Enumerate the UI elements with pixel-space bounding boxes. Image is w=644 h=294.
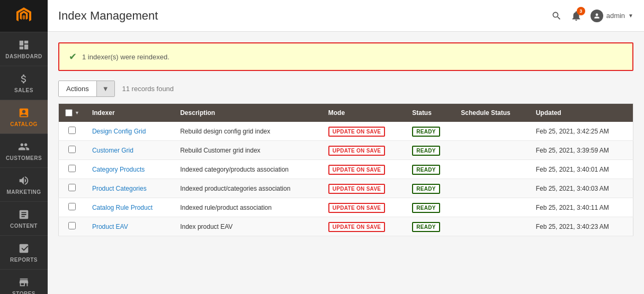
row-checkbox-cell — [59, 198, 86, 217]
sidebar-item-label: CATALOG — [10, 121, 37, 127]
sidebar-item-marketing[interactable]: MARKETING — [0, 167, 48, 201]
cell-indexer: Product Categories — [86, 179, 174, 198]
cell-status: READY — [406, 160, 454, 179]
cell-schedule-status — [454, 179, 529, 198]
sidebar-item-label: MARKETING — [6, 189, 41, 195]
table-body: Design Config Grid Rebuild design config… — [59, 122, 633, 236]
cell-status: READY — [406, 198, 454, 217]
cell-description: Rebuild design config grid index — [174, 122, 322, 141]
sidebar-item-catalog[interactable]: CATALOG — [0, 100, 48, 133]
indexer-link[interactable]: Design Config Grid — [92, 128, 146, 135]
stores-icon — [17, 276, 30, 289]
actions-dropdown-arrow[interactable]: ▼ — [96, 81, 114, 96]
table-row: Product EAV Index product EAV UPDATE ON … — [59, 217, 633, 236]
sidebar-item-label: STORES — [12, 291, 35, 294]
cell-schedule-status — [454, 217, 529, 236]
status-badge: READY — [412, 165, 440, 175]
cell-schedule-status — [454, 160, 529, 179]
row-checkbox[interactable] — [68, 165, 76, 172]
cell-schedule-status — [454, 122, 529, 141]
notification-badge: 3 — [577, 7, 585, 15]
top-bar-right: 3 admin ▼ — [551, 10, 633, 22]
row-checkbox[interactable] — [68, 127, 76, 134]
page-title: Index Management — [58, 9, 158, 23]
cell-updated: Feb 25, 2021, 3:40:23 AM — [530, 217, 633, 236]
row-checkbox-cell — [59, 179, 86, 198]
row-checkbox[interactable] — [68, 184, 76, 191]
th-status: Status — [406, 104, 454, 122]
search-button[interactable] — [551, 11, 562, 21]
sales-icon — [17, 73, 30, 85]
notification-bell[interactable]: 3 — [570, 10, 582, 22]
mode-badge: UPDATE ON SAVE — [328, 165, 386, 175]
chevron-down-icon: ▼ — [102, 85, 109, 93]
cell-indexer: Product EAV — [86, 217, 174, 236]
select-all-arrow[interactable]: ▼ — [75, 110, 79, 115]
row-checkbox[interactable] — [68, 222, 76, 229]
row-checkbox-cell — [59, 160, 86, 179]
admin-label: admin — [606, 12, 625, 20]
actions-label: Actions — [59, 81, 96, 96]
cell-mode: UPDATE ON SAVE — [322, 217, 406, 236]
admin-user-menu[interactable]: admin ▼ — [591, 10, 633, 22]
indexer-table: ▼ Indexer Description Mode Status Schedu… — [58, 103, 633, 236]
th-description: Description — [174, 104, 322, 122]
cell-mode: UPDATE ON SAVE — [322, 179, 406, 198]
th-schedule-status: Schedule Status — [454, 104, 529, 122]
sidebar-item-content[interactable]: CONTENT — [0, 201, 48, 235]
cell-indexer: Design Config Grid — [86, 122, 174, 141]
th-mode: Mode — [322, 104, 406, 122]
cell-updated: Feb 25, 2021, 3:40:01 AM — [530, 160, 633, 179]
cell-schedule-status — [454, 141, 529, 160]
success-check-icon: ✔ — [69, 51, 77, 63]
indexer-link[interactable]: Product Categories — [92, 185, 147, 192]
table-row: Category Products Indexed category/produ… — [59, 160, 633, 179]
sidebar-logo — [0, 0, 48, 32]
toolbar: Actions ▼ 11 records found — [58, 81, 633, 97]
cell-updated: Feb 25, 2021, 3:39:59 AM — [530, 141, 633, 160]
table-row: Catalog Rule Product Indexed rule/produc… — [59, 198, 633, 217]
table-row: Design Config Grid Rebuild design config… — [59, 122, 633, 141]
actions-dropdown[interactable]: Actions ▼ — [58, 81, 115, 97]
sidebar-item-dashboard[interactable]: DASHBOARD — [0, 32, 48, 66]
indexer-link[interactable]: Catalog Rule Product — [92, 204, 153, 211]
main-content: Index Management 3 admin ▼ ✔ 1 indexer(s… — [48, 0, 644, 294]
row-checkbox[interactable] — [68, 203, 76, 210]
marketing-icon — [17, 174, 30, 187]
cell-schedule-status — [454, 198, 529, 217]
status-badge: READY — [412, 127, 440, 137]
sidebar-item-reports[interactable]: REPORTS — [0, 235, 48, 269]
row-checkbox-cell — [59, 217, 86, 236]
sidebar-item-stores[interactable]: STORES — [0, 269, 48, 294]
cell-description: Index product EAV — [174, 217, 322, 236]
cell-description: Indexed rule/product association — [174, 198, 322, 217]
select-all-checkbox[interactable] — [65, 109, 73, 117]
sidebar-item-label: REPORTS — [10, 257, 38, 263]
sidebar-item-label: SALES — [14, 87, 33, 93]
cell-description: Rebuild Customer grid index — [174, 141, 322, 160]
sidebar-item-sales[interactable]: SALES — [0, 66, 48, 100]
customers-icon — [17, 140, 30, 153]
indexer-link[interactable]: Category Products — [92, 166, 145, 173]
page-content: ✔ 1 indexer(s) were reindexed. Actions ▼… — [48, 32, 644, 294]
cell-status: READY — [406, 179, 454, 198]
cell-mode: UPDATE ON SAVE — [322, 160, 406, 179]
cell-updated: Feb 25, 2021, 3:40:03 AM — [530, 179, 633, 198]
cell-mode: UPDATE ON SAVE — [322, 198, 406, 217]
indexer-link[interactable]: Customer Grid — [92, 147, 133, 154]
indexer-link[interactable]: Product EAV — [92, 223, 128, 230]
th-indexer: Indexer — [86, 104, 174, 122]
cell-mode: UPDATE ON SAVE — [322, 141, 406, 160]
content-icon — [17, 208, 30, 221]
mode-badge: UPDATE ON SAVE — [328, 222, 386, 232]
sidebar-item-customers[interactable]: CUSTOMERS — [0, 133, 48, 167]
cell-mode: UPDATE ON SAVE — [322, 122, 406, 141]
cell-indexer: Catalog Rule Product — [86, 198, 174, 217]
row-checkbox[interactable] — [68, 146, 76, 153]
cell-updated: Feb 25, 2021, 3:42:25 AM — [530, 122, 633, 141]
table-row: Product Categories Indexed product/categ… — [59, 179, 633, 198]
th-checkbox: ▼ — [59, 104, 86, 122]
dashboard-icon — [17, 39, 30, 51]
alert-box: ✔ 1 indexer(s) were reindexed. — [58, 42, 633, 71]
table-row: Customer Grid Rebuild Customer grid inde… — [59, 141, 633, 160]
